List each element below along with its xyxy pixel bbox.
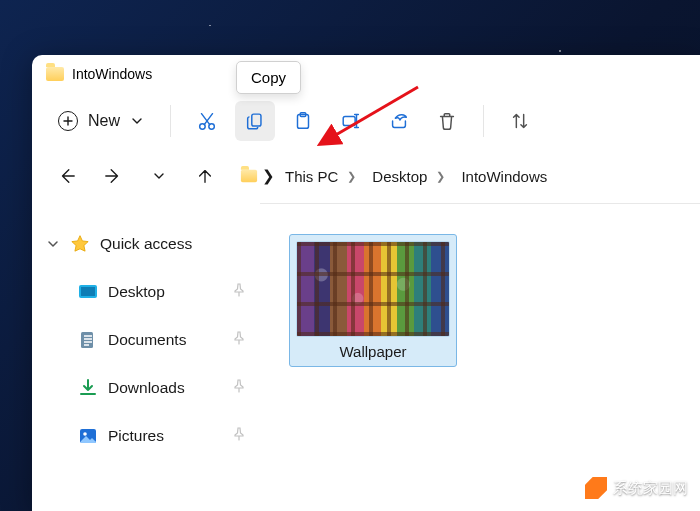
sort-icon	[509, 110, 531, 132]
svg-rect-6	[343, 116, 355, 125]
sidebar-item-documents[interactable]: Documents	[36, 320, 256, 360]
delete-button[interactable]	[427, 101, 467, 141]
copy-tooltip: Copy	[236, 61, 301, 94]
breadcrumb-label: This PC	[285, 168, 338, 185]
sidebar-label: Desktop	[108, 283, 165, 301]
chevron-down-icon	[46, 237, 60, 251]
history-button[interactable]	[138, 155, 180, 197]
back-button[interactable]	[46, 155, 88, 197]
forward-button[interactable]	[92, 155, 134, 197]
file-thumbnail	[296, 241, 450, 337]
folder-icon	[241, 170, 257, 183]
share-button[interactable]	[379, 101, 419, 141]
pin-icon	[232, 379, 246, 397]
breadcrumb-item[interactable]: This PC ❯	[279, 164, 362, 189]
breadcrumb: ❯ This PC ❯ Desktop ❯ IntoWindows	[240, 164, 553, 189]
breadcrumb-label: IntoWindows	[461, 168, 547, 185]
star-icon	[70, 234, 90, 254]
sidebar: Quick access Desktop Documents Downloads	[32, 204, 260, 511]
svg-rect-3	[252, 114, 261, 126]
documents-icon	[78, 330, 98, 350]
file-item-wallpaper[interactable]: Wallpaper	[289, 234, 457, 367]
breadcrumb-item[interactable]: Desktop ❯	[366, 164, 451, 189]
chevron-right-icon: ❯	[436, 170, 445, 183]
up-button[interactable]	[184, 155, 226, 197]
cut-button[interactable]	[187, 101, 227, 141]
file-explorer-window: IntoWindows Copy New	[32, 55, 700, 511]
rename-button[interactable]	[331, 101, 371, 141]
chevron-down-icon	[153, 170, 165, 182]
sidebar-label: Downloads	[108, 379, 185, 397]
plus-icon	[58, 111, 78, 131]
toolbar: Copy New	[32, 93, 700, 149]
sidebar-label: Quick access	[100, 235, 192, 253]
chevron-right-icon: ❯	[347, 170, 356, 183]
desktop-icon	[78, 282, 98, 302]
sidebar-item-desktop[interactable]: Desktop	[36, 272, 256, 312]
chevron-down-icon	[130, 114, 144, 128]
sidebar-item-quick-access[interactable]: Quick access	[36, 224, 256, 264]
scissors-icon	[196, 110, 218, 132]
arrow-up-icon	[196, 167, 214, 185]
downloads-icon	[78, 378, 98, 398]
sidebar-item-pictures[interactable]: Pictures	[36, 416, 256, 456]
sidebar-item-downloads[interactable]: Downloads	[36, 368, 256, 408]
file-pane[interactable]: Wallpaper	[260, 204, 700, 511]
pictures-icon	[78, 426, 98, 446]
paste-button[interactable]	[283, 101, 323, 141]
sort-button[interactable]	[500, 101, 540, 141]
svg-point-11	[83, 432, 87, 436]
breadcrumb-separator-icon: ❯	[262, 167, 275, 185]
svg-rect-8	[81, 287, 95, 296]
breadcrumb-label: Desktop	[372, 168, 427, 185]
sidebar-label: Pictures	[108, 427, 164, 445]
nav-row: ❯ This PC ❯ Desktop ❯ IntoWindows	[32, 149, 700, 203]
titlebar[interactable]: IntoWindows	[32, 55, 700, 93]
pin-icon	[232, 427, 246, 445]
copy-button[interactable]	[235, 101, 275, 141]
pin-icon	[232, 283, 246, 301]
file-label: Wallpaper	[340, 343, 407, 360]
sidebar-label: Documents	[108, 331, 186, 349]
new-label: New	[88, 112, 120, 130]
pin-icon	[232, 331, 246, 349]
body: Quick access Desktop Documents Downloads	[32, 204, 700, 511]
arrow-right-icon	[104, 167, 122, 185]
new-button[interactable]: New	[46, 101, 156, 141]
breadcrumb-item[interactable]: IntoWindows	[455, 164, 553, 189]
toolbar-divider	[483, 105, 484, 137]
trash-icon	[436, 110, 458, 132]
window-title: IntoWindows	[72, 66, 152, 82]
toolbar-divider	[170, 105, 171, 137]
folder-icon	[46, 67, 64, 81]
rename-icon	[340, 110, 362, 132]
copy-icon	[244, 110, 266, 132]
arrow-left-icon	[58, 167, 76, 185]
clipboard-icon	[292, 110, 314, 132]
share-icon	[388, 110, 410, 132]
